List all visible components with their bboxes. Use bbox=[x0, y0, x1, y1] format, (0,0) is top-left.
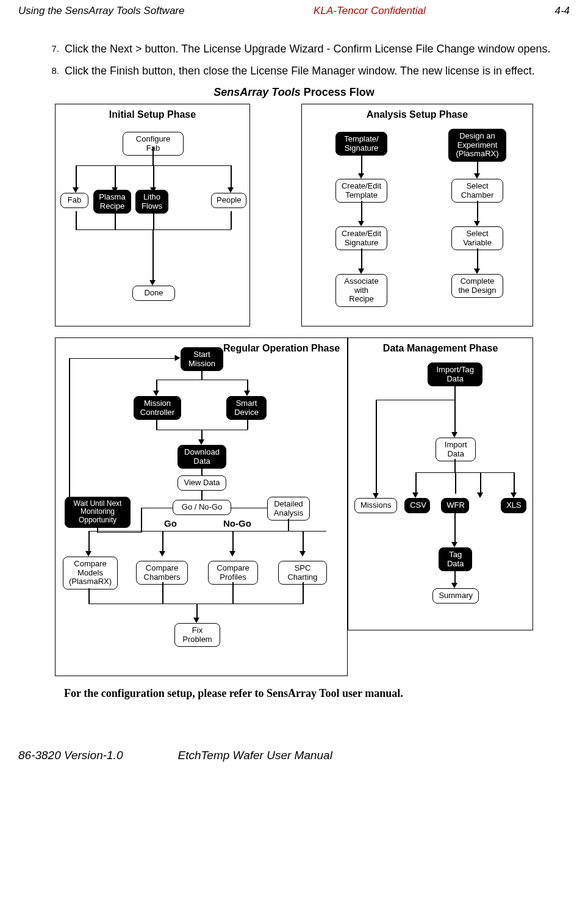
header-left: Using the SensArray Tools Software bbox=[18, 5, 184, 17]
node-people: People bbox=[211, 193, 246, 208]
node-compare-models: Compare Models (PlasmaRX) bbox=[63, 557, 118, 590]
node-done: Done bbox=[132, 286, 175, 301]
node-summary: Summary bbox=[432, 588, 479, 604]
node-import-data: Import Data bbox=[436, 438, 476, 462]
node-create-edit-signature: Create/Edit Signature bbox=[335, 226, 387, 251]
footer-right: EtchTemp Wafer User Manual bbox=[177, 749, 332, 762]
node-smart-device: Smart Device bbox=[226, 396, 267, 420]
flow-title: SensArray Tools Process Flow bbox=[18, 86, 570, 99]
step-8-num: 8. bbox=[46, 63, 59, 77]
node-compare-chambers: Compare Chambers bbox=[136, 561, 188, 585]
node-wfr: WFR bbox=[441, 498, 469, 513]
regular-operation-phase-box: Regular Operation Phase Start Mission Mi… bbox=[55, 337, 348, 676]
initial-setup-title: Initial Setup Phase bbox=[56, 109, 249, 120]
node-view-data: View Data bbox=[177, 475, 226, 491]
node-fix-problem: Fix Problem bbox=[174, 623, 220, 647]
node-select-variable: Select Variable bbox=[451, 226, 503, 251]
step-7: 7. Click the Next > button. The License … bbox=[46, 41, 570, 56]
data-management-phase-box: Data Management Phase Import/Tag Data Im… bbox=[348, 337, 533, 630]
step-7-text: Click the Next > button. The License Upg… bbox=[65, 41, 559, 56]
nogo-label: No-Go bbox=[223, 518, 251, 528]
node-create-edit-template: Create/Edit Template bbox=[335, 179, 387, 203]
node-mission-controller: Mission Controller bbox=[134, 396, 181, 420]
initial-setup-phase-box: Initial Setup Phase Configure Fab Fab Pl… bbox=[55, 104, 250, 326]
node-missions: Missions bbox=[354, 498, 397, 513]
node-associate-recipe: Associate with Recipe bbox=[335, 274, 387, 308]
flow-title-rest: Process Flow bbox=[301, 86, 375, 98]
node-wait-monitoring: Wait Until Next Monitoring Opportunity bbox=[65, 497, 131, 528]
step-7-num: 7. bbox=[46, 41, 59, 55]
node-download-data: Download Data bbox=[177, 445, 226, 469]
step-8-text: Click the Finish button, then close the … bbox=[65, 63, 559, 78]
header-center: KLA-Tencor Confidential bbox=[314, 5, 426, 17]
node-design-experiment: Design an Experiment (PlasmaRX) bbox=[448, 129, 506, 162]
node-litho-flows: Litho Flows bbox=[135, 190, 168, 214]
node-spc-charting: SPC Charting bbox=[278, 561, 327, 585]
node-csv: CSV bbox=[404, 498, 430, 513]
node-go-nogo: Go / No-Go bbox=[173, 500, 231, 515]
analysis-setup-phase-box: Analysis Setup Phase Template/ Signature… bbox=[301, 104, 533, 326]
node-complete-design: Complete the Design bbox=[451, 274, 503, 298]
analysis-setup-title: Analysis Setup Phase bbox=[302, 109, 532, 120]
step-8: 8. Click the Finish button, then close t… bbox=[46, 63, 570, 78]
node-detailed-analysis: Detailed Analysis bbox=[267, 497, 310, 521]
bottom-note: For the configuration setup, please refe… bbox=[64, 687, 570, 700]
page-header: Using the SensArray Tools Software KLA-T… bbox=[18, 5, 570, 17]
node-start-mission: Start Mission bbox=[181, 347, 223, 372]
node-import-tag: Import/Tag Data bbox=[428, 362, 482, 387]
node-fab: Fab bbox=[60, 193, 88, 208]
go-label: Go bbox=[164, 518, 177, 528]
node-tag-data: Tag Data bbox=[439, 547, 472, 572]
node-xls: XLS bbox=[501, 498, 526, 513]
node-select-chamber: Select Chamber bbox=[451, 179, 503, 203]
page-footer: 86-3820 Version-1.0 EtchTemp Wafer User … bbox=[18, 749, 570, 762]
flow-title-italic: SensArray Tools bbox=[213, 86, 300, 98]
node-template-signature: Template/ Signature bbox=[335, 132, 387, 156]
node-plasma-recipe: Plasma Recipe bbox=[93, 190, 131, 214]
node-compare-profiles: Compare Profiles bbox=[208, 561, 258, 585]
data-management-title: Data Management Phase bbox=[348, 343, 532, 354]
footer-left: 86-3820 Version-1.0 bbox=[18, 749, 123, 762]
header-right: 4-4 bbox=[554, 5, 570, 17]
